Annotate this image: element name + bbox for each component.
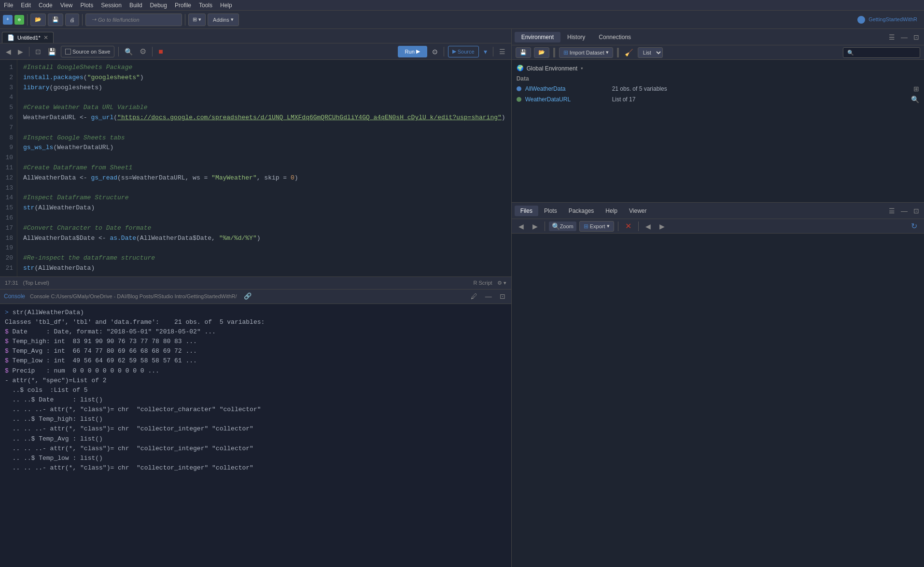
tab-help[interactable]: Help [600, 206, 623, 216]
global-env-selector[interactable]: 🌍 Global Environment ▾ [512, 63, 924, 74]
refresh-files-button[interactable]: ↻ [908, 221, 920, 232]
new-file-icon[interactable]: + [3, 15, 13, 25]
menu-file[interactable]: File [0, 1, 17, 10]
tab-history[interactable]: History [560, 32, 592, 42]
zoom-button[interactable]: 🔍 Zoom [549, 221, 576, 231]
list-view-select[interactable]: List [638, 47, 663, 58]
tab-files[interactable]: Files [515, 206, 538, 216]
menu-debug[interactable]: Debug [146, 1, 171, 10]
env-row-allweatherdata[interactable]: AllWeatherData 21 obs. of 5 variables ⊞ [512, 83, 924, 94]
console-line-13: .. ..$ Temp_Avg : list() [5, 434, 506, 444]
export-icon: ⊞ [584, 223, 588, 230]
editor-tab-untitled1[interactable]: 📄 Untitled1* ✕ [2, 32, 54, 43]
forward-button[interactable]: ▶ [16, 46, 25, 57]
menu-edit[interactable]: Edit [17, 1, 35, 10]
show-in-window-button[interactable]: ⊡ [33, 46, 43, 57]
save-button[interactable]: 💾 [48, 14, 63, 26]
menu-help[interactable]: Help [216, 1, 236, 10]
source-on-save-button[interactable]: Source on Save [61, 46, 114, 57]
files-sep-1 [545, 221, 545, 231]
editor-statusbar: 17:31 (Top Level) R Script ⚙ ▾ [0, 277, 511, 289]
code-area[interactable]: #Install GoogleSheets Package install.pa… [17, 60, 511, 277]
env-row-weatherdataurl[interactable]: WeatherDataURL List of 17 🔍 [512, 94, 924, 105]
menu-build[interactable]: Build [126, 1, 146, 10]
env-minimize-button[interactable]: — [899, 32, 910, 42]
new-project-icon[interactable]: ⊕ [14, 15, 24, 25]
files-minimize-button[interactable]: — [899, 206, 910, 216]
forward-nav-button[interactable]: ▶ [530, 221, 541, 231]
delete-plot-button[interactable]: ✕ [622, 221, 634, 232]
export-button[interactable]: ⊞ Export ▾ [579, 221, 614, 232]
workspace-button[interactable]: ⊞ ▾ [188, 14, 206, 26]
menu-view[interactable]: View [56, 1, 77, 10]
tab-environment[interactable]: Environment [515, 32, 560, 42]
console-maximize-button[interactable]: ⊡ [498, 291, 507, 301]
environment-panel: Environment History Connections ☰ — ⊡ 💾 … [512, 29, 924, 203]
env-search-input[interactable] [843, 47, 920, 58]
find-button[interactable]: 🔍 [123, 46, 135, 57]
goto-icon: ⇢ [92, 16, 96, 23]
menu-button[interactable]: ☰ [497, 46, 507, 57]
load-env-button[interactable]: 📂 [534, 47, 549, 58]
code-line-13 [23, 183, 505, 194]
tab-connections[interactable]: Connections [592, 32, 638, 42]
files-tab-controls: ☰ — ⊡ [887, 206, 921, 216]
open-file-button[interactable]: 📂 [30, 14, 46, 26]
back-nav-button[interactable]: ◀ [516, 221, 527, 231]
code-tools-button[interactable]: ⚙ [138, 46, 148, 57]
prev-plot-button[interactable]: ◀ [643, 221, 654, 231]
allweatherdata-grid-icon[interactable]: ⊞ [913, 85, 919, 93]
env-tabs: Environment History Connections ☰ — ⊡ [512, 29, 924, 45]
files-menu-button[interactable]: ☰ [887, 206, 897, 216]
menu-plots[interactable]: Plots [77, 1, 98, 10]
save-env-button[interactable]: 💾 [516, 47, 531, 58]
tab-packages[interactable]: Packages [563, 206, 600, 216]
clear-console-button[interactable]: 🧹 [623, 48, 635, 57]
goto-file-input[interactable]: ⇢ Go to file/function [85, 14, 182, 26]
console-line-1: Classes 'tbl_df', 'tbl' and 'data.frame'… [5, 318, 506, 327]
menu-session[interactable]: Session [97, 1, 126, 10]
console-line-15: .. ..$ Temp_low : list() [5, 454, 506, 463]
addins-button[interactable]: Addins ▾ [208, 14, 239, 26]
code-line-6: WeatherDataURL <- gs_url("https://docs.g… [23, 113, 505, 123]
code-line-14: #Inspect Dataframe Structure [23, 193, 505, 203]
next-plot-button[interactable]: ▶ [657, 221, 668, 231]
code-line-7 [23, 123, 505, 133]
line-numbers: 123456 789101112 131415161718 192021 [0, 60, 17, 277]
env-maximize-button[interactable]: ⊡ [911, 32, 921, 42]
code-line-8: #Inspect Google Sheets tabs [23, 133, 505, 143]
save-editor-button[interactable]: 💾 [46, 46, 58, 57]
console-line-14: .. .. ..- attr(*, "class")= chr "collect… [5, 444, 506, 454]
tab-close-icon[interactable]: ✕ [43, 34, 48, 41]
tab-viewer[interactable]: Viewer [623, 206, 652, 216]
toolbar-separator-1 [27, 14, 28, 26]
env-menu-button[interactable]: ☰ [887, 32, 897, 42]
editor-sep-1 [29, 47, 29, 56]
import-dataset-button[interactable]: ⊞ Import Dataset ▾ [559, 47, 613, 58]
stop-button[interactable]: ■ [156, 46, 165, 57]
code-line-19 [23, 243, 505, 253]
code-line-15: str(AllWeatherData) [23, 203, 505, 213]
source-button[interactable]: ▶ Source [448, 46, 479, 57]
console-title-text: Console Console C:/Users/GMaly/OneDrive … [4, 293, 237, 300]
context-label: (Top Level) [23, 280, 49, 286]
menu-tools[interactable]: Tools [195, 1, 216, 10]
run-button[interactable]: Run ▶ [398, 46, 427, 57]
console-link-icon[interactable]: 🔗 [244, 292, 252, 300]
source-options-button[interactable]: ▾ [482, 46, 489, 57]
console-clear-button[interactable]: 🖊 [469, 291, 479, 301]
editor-tab-label: Untitled1* [17, 35, 41, 41]
run-options-button[interactable]: ⊙ [430, 46, 440, 57]
menu-code[interactable]: Code [35, 1, 56, 10]
weatherdataurl-search-icon[interactable]: 🔍 [911, 96, 919, 103]
tab-plots[interactable]: Plots [538, 206, 563, 216]
console-minimize-button[interactable]: — [483, 291, 494, 301]
files-maximize-button[interactable]: ⊡ [911, 206, 921, 216]
script-options-icon[interactable]: ⚙ ▾ [497, 280, 506, 286]
console-content[interactable]: > str(AllWeatherData) Classes 'tbl_df', … [0, 304, 511, 567]
file-type-label: R Script [473, 280, 492, 286]
env-sep-1 [553, 48, 555, 57]
back-button[interactable]: ◀ [4, 46, 13, 57]
print-button[interactable]: 🖨 [65, 14, 79, 26]
menu-profile[interactable]: Profile [171, 1, 195, 10]
